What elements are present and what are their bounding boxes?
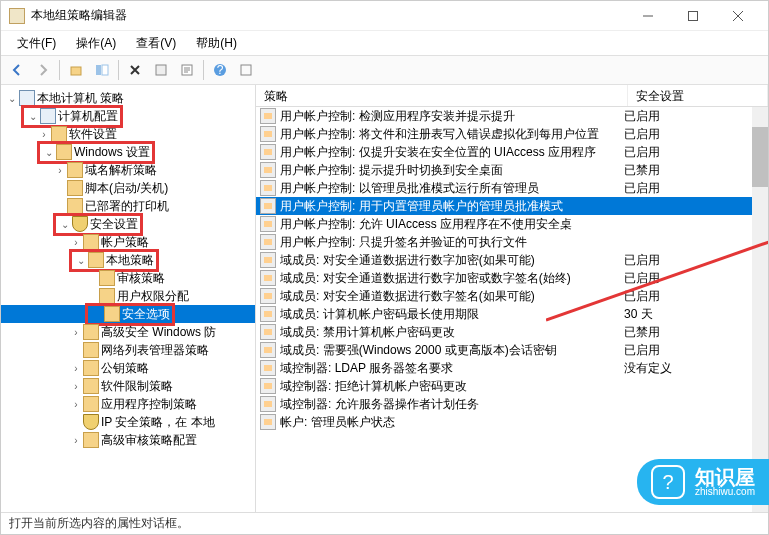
- collapse-icon[interactable]: ⌄: [74, 255, 88, 266]
- maximize-button[interactable]: [670, 2, 715, 30]
- scrollbar[interactable]: [752, 107, 768, 512]
- list-row[interactable]: 域成员: 需要强(Windows 2000 或更高版本)会话密钥已启用: [256, 341, 752, 359]
- policy-icon: [260, 234, 276, 250]
- policy-name: 用户帐户控制: 允许 UIAccess 应用程序在不使用安全桌: [280, 216, 620, 233]
- policy-setting: 已启用: [620, 288, 752, 305]
- expand-icon[interactable]: ›: [69, 435, 83, 446]
- tree-label: 高级安全 Windows 防: [101, 324, 216, 341]
- folder-icon: [83, 324, 99, 340]
- collapse-icon[interactable]: ⌄: [58, 219, 72, 230]
- policy-name: 域控制器: 允许服务器操作者计划任务: [280, 396, 620, 413]
- policy-name: 域成员: 计算机帐户密码最长使用期限: [280, 306, 620, 323]
- tree-item-n16[interactable]: ›软件限制策略: [1, 377, 255, 395]
- tree-item-n15[interactable]: ›公钥策略: [1, 359, 255, 377]
- policy-icon: [260, 144, 276, 160]
- tree-item-n1[interactable]: ⌄计算机配置: [1, 107, 255, 125]
- tree-item-n5[interactable]: ·脚本(启动/关机): [1, 179, 255, 197]
- show-hide-tree-button[interactable]: [90, 58, 114, 82]
- tree-label: 网络列表管理器策略: [101, 342, 209, 359]
- list-row[interactable]: 域成员: 禁用计算机帐户密码更改已禁用: [256, 323, 752, 341]
- tree-label: 脚本(启动/关机): [85, 180, 168, 197]
- tree-label: 计算机配置: [58, 108, 118, 125]
- tree-label: 软件限制策略: [101, 378, 173, 395]
- policy-setting: 已禁用: [620, 162, 752, 179]
- expand-icon[interactable]: ›: [69, 399, 83, 410]
- policy-name: 用户帐户控制: 将文件和注册表写入错误虚拟化到每用户位置: [280, 126, 620, 143]
- list-row[interactable]: 用户帐户控制: 检测应用程序安装并提示提升已启用: [256, 107, 752, 125]
- tree-item-n9[interactable]: ⌄本地策略: [1, 251, 255, 269]
- list-row[interactable]: 域成员: 对安全通道数据进行数字签名(如果可能)已启用: [256, 287, 752, 305]
- expand-icon[interactable]: ›: [69, 327, 83, 338]
- back-button[interactable]: [5, 58, 29, 82]
- tree-item-n13[interactable]: ›高级安全 Windows 防: [1, 323, 255, 341]
- tree-label: IP 安全策略，在 本地: [101, 414, 215, 431]
- tree-item-n12[interactable]: ·安全选项: [1, 305, 255, 323]
- forward-button[interactable]: [31, 58, 55, 82]
- folder-icon: [67, 180, 83, 196]
- tree-item-n18[interactable]: ·IP 安全策略，在 本地: [1, 413, 255, 431]
- titlebar: 本地组策略编辑器: [1, 1, 768, 31]
- menu-action[interactable]: 操作(A): [68, 33, 124, 54]
- list-row[interactable]: 帐户: 管理员帐户状态: [256, 413, 752, 431]
- policy-icon: [260, 126, 276, 142]
- policy-name: 用户帐户控制: 只提升签名并验证的可执行文件: [280, 234, 620, 251]
- policy-setting: 已启用: [620, 252, 752, 269]
- menu-view[interactable]: 查看(V): [128, 33, 184, 54]
- policy-icon: [260, 108, 276, 124]
- list-row[interactable]: 用户帐户控制: 仅提升安装在安全位置的 UIAccess 应用程序已启用: [256, 143, 752, 161]
- menu-file[interactable]: 文件(F): [9, 33, 64, 54]
- tree-item-n4[interactable]: ›域名解析策略: [1, 161, 255, 179]
- properties-button[interactable]: [175, 58, 199, 82]
- computer-icon: [40, 108, 56, 124]
- policy-name: 域控制器: LDAP 服务器签名要求: [280, 360, 620, 377]
- svg-rect-4: [156, 65, 166, 75]
- tree-item-n3[interactable]: ⌄Windows 设置: [1, 143, 255, 161]
- minimize-button[interactable]: [625, 2, 670, 30]
- list-row[interactable]: 域成员: 计算机帐户密码最长使用期限30 天: [256, 305, 752, 323]
- tree-item-n14[interactable]: ·网络列表管理器策略: [1, 341, 255, 359]
- policy-icon: [260, 162, 276, 178]
- tree-item-n19[interactable]: ›高级审核策略配置: [1, 431, 255, 449]
- list-row[interactable]: 用户帐户控制: 提示提升时切换到安全桌面已禁用: [256, 161, 752, 179]
- expand-icon[interactable]: ›: [69, 363, 83, 374]
- list-row[interactable]: 域控制器: LDAP 服务器签名要求没有定义: [256, 359, 752, 377]
- list-row[interactable]: 域控制器: 允许服务器操作者计划任务: [256, 395, 752, 413]
- policy-setting: 已启用: [620, 180, 752, 197]
- list-row[interactable]: 用户帐户控制: 将文件和注册表写入错误虚拟化到每用户位置已启用: [256, 125, 752, 143]
- help-button[interactable]: ?: [208, 58, 232, 82]
- close-button[interactable]: [715, 2, 760, 30]
- list-row[interactable]: 域成员: 对安全通道数据进行数字加密(如果可能)已启用: [256, 251, 752, 269]
- refresh-button[interactable]: [234, 58, 258, 82]
- menu-help[interactable]: 帮助(H): [188, 33, 245, 54]
- collapse-icon[interactable]: ⌄: [42, 147, 56, 158]
- list-row[interactable]: 用户帐户控制: 用于内置管理员帐户的管理员批准模式: [256, 197, 752, 215]
- expand-icon[interactable]: ›: [53, 165, 67, 176]
- list-row[interactable]: 用户帐户控制: 只提升签名并验证的可执行文件: [256, 233, 752, 251]
- expand-icon[interactable]: ›: [69, 237, 83, 248]
- policy-icon: [260, 342, 276, 358]
- column-policy[interactable]: 策略: [256, 85, 628, 106]
- expand-icon[interactable]: ›: [37, 129, 51, 140]
- collapse-icon[interactable]: ⌄: [26, 111, 40, 122]
- tree-panel[interactable]: ⌄本地计算机 策略⌄计算机配置›软件设置⌄Windows 设置›域名解析策略·脚…: [1, 85, 256, 512]
- policy-setting: 已启用: [620, 270, 752, 287]
- expand-icon[interactable]: ›: [69, 381, 83, 392]
- delete-button[interactable]: [123, 58, 147, 82]
- folder-icon: [67, 162, 83, 178]
- folder-icon: [83, 432, 99, 448]
- tree-item-n17[interactable]: ›应用程序控制策略: [1, 395, 255, 413]
- tree-label: 本地策略: [106, 252, 154, 269]
- list-row[interactable]: 域控制器: 拒绝计算机帐户密码更改: [256, 377, 752, 395]
- tree-item-n7[interactable]: ⌄安全设置: [1, 215, 255, 233]
- list-body[interactable]: 用户帐户控制: 检测应用程序安装并提示提升已启用用户帐户控制: 将文件和注册表写…: [256, 107, 752, 512]
- list-row[interactable]: 用户帐户控制: 允许 UIAccess 应用程序在不使用安全桌: [256, 215, 752, 233]
- policy-setting: 已禁用: [620, 324, 752, 341]
- column-security-setting[interactable]: 安全设置: [628, 85, 768, 106]
- export-button[interactable]: [149, 58, 173, 82]
- list-row[interactable]: 用户帐户控制: 以管理员批准模式运行所有管理员已启用: [256, 179, 752, 197]
- collapse-icon[interactable]: ⌄: [5, 93, 19, 104]
- tree-item-n10[interactable]: ·审核策略: [1, 269, 255, 287]
- tree-label: 公钥策略: [101, 360, 149, 377]
- up-button[interactable]: [64, 58, 88, 82]
- list-row[interactable]: 域成员: 对安全通道数据进行数字加密或数字签名(始终)已启用: [256, 269, 752, 287]
